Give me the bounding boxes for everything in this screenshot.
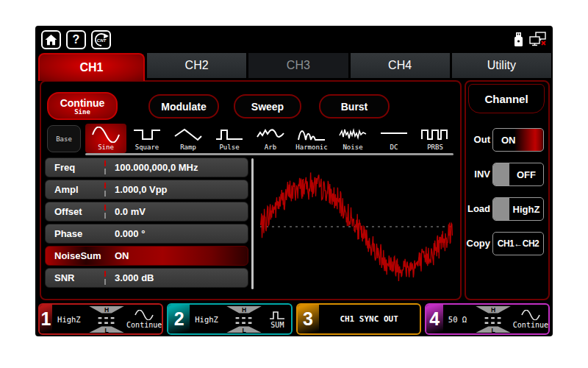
- tab-ch2[interactable]: CH2: [147, 53, 246, 78]
- param-label: Freq: [54, 158, 75, 177]
- channel2-status-cell[interactable]: 2 HighZ H L SUM: [167, 303, 292, 335]
- param-value: 0.000 °: [115, 224, 145, 243]
- waveform-item-noise[interactable]: Noise: [332, 124, 373, 153]
- toolbar-left-group: ? CNT: [41, 30, 111, 49]
- sweep-label: Sweep: [251, 101, 284, 113]
- channel-number: 2: [168, 305, 190, 333]
- parameter-scrollbar[interactable]: [251, 158, 254, 289]
- parameter-row-noisesum[interactable]: NoiseSum ON: [45, 246, 248, 266]
- level-range-icon: H L: [475, 305, 512, 333]
- arb-wave-icon: [256, 127, 285, 143]
- channel-row-inv: INV OFF: [466, 162, 548, 187]
- cursor-tick: [104, 205, 106, 219]
- tab-bar: CH1 CH2 CH3 CH4 Utility: [38, 53, 551, 78]
- parameter-row-offset[interactable]: Offset 0.0 mV: [45, 202, 248, 222]
- channel-row-load: Load HighZ: [466, 197, 548, 222]
- square-wave-icon: [132, 127, 162, 143]
- cursor-tick: [104, 183, 106, 197]
- help-button[interactable]: ?: [66, 30, 86, 49]
- copy-label: Copy: [466, 231, 490, 256]
- channel1-status-cell[interactable]: 1 HighZ H L Continue: [38, 303, 163, 335]
- parameter-list: Freq 100.000,000,0 MHz Ampl 1.000,0 Vpp …: [45, 158, 248, 288]
- waveform-item-square[interactable]: Square: [126, 124, 168, 153]
- lan-disconnected-icon: [529, 32, 547, 47]
- noise-wave-icon: [338, 127, 368, 143]
- tab-utility[interactable]: Utility: [452, 53, 551, 78]
- waveform-selector: Sine Square Ramp Pulse Arb: [85, 124, 456, 153]
- dc-wave-icon: [379, 127, 409, 143]
- svg-text:H: H: [242, 305, 246, 313]
- waveform-item-prbs[interactable]: PRBS: [415, 124, 456, 153]
- tab-label: CH3: [287, 59, 310, 72]
- svg-text:L: L: [491, 326, 495, 333]
- help-icon: ?: [73, 33, 80, 46]
- channel-panel: Channel Out ON INV OFF Load HighZ: [465, 80, 550, 300]
- home-button[interactable]: [41, 30, 61, 49]
- parameter-row-snr[interactable]: SNR 3.000 dB: [45, 268, 248, 288]
- main-panel: Continue Sine Modulate Sweep Burst Base …: [40, 80, 462, 300]
- continue-button[interactable]: Continue Sine: [47, 92, 118, 120]
- waveform-item-dc[interactable]: DC: [373, 124, 415, 153]
- modulate-button[interactable]: Modulate: [148, 94, 219, 118]
- inv-label: INV: [466, 162, 490, 187]
- load-label: Load: [466, 197, 490, 222]
- stage: ? CNT: [0, 0, 588, 368]
- waveform-display: [259, 156, 456, 297]
- counter-button[interactable]: CNT: [91, 30, 111, 49]
- svg-text:L: L: [104, 326, 108, 333]
- impedance-label: 50 Ω: [448, 315, 473, 324]
- load-toggle-button[interactable]: HighZ: [492, 197, 544, 221]
- waveform-item-harmonic[interactable]: Harmonic: [291, 124, 332, 153]
- burst-label: Burst: [341, 101, 368, 113]
- channel3-status-cell[interactable]: 3 CH1 SYNC OUT: [296, 303, 421, 335]
- param-label: Ampl: [54, 180, 79, 199]
- output-toggle-button[interactable]: ON: [492, 128, 544, 152]
- waveform-item-ramp[interactable]: Ramp: [168, 124, 209, 153]
- channel-row-out: Out ON: [466, 127, 548, 152]
- sine-wave-icon: [91, 127, 121, 143]
- tab-ch1[interactable]: CH1: [38, 53, 145, 81]
- parameter-row-phase[interactable]: Phase 0.000 °: [45, 224, 248, 244]
- toolbar-right-group: [514, 32, 547, 47]
- waveform-item-pulse[interactable]: Pulse: [209, 124, 250, 153]
- tab-label: CH1: [79, 61, 103, 74]
- param-label: Phase: [54, 224, 82, 243]
- counter-icon: CNT: [93, 32, 110, 48]
- waveform-item-sine[interactable]: Sine: [85, 124, 126, 153]
- top-toolbar: ? CNT: [35, 26, 553, 52]
- cursor-tick: [104, 160, 106, 174]
- param-label: SNR: [54, 269, 74, 287]
- home-icon: [44, 33, 58, 46]
- param-label: NoiseSum: [54, 247, 101, 265]
- ramp-wave-icon: [173, 127, 203, 143]
- level-range-icon: H L: [88, 305, 125, 333]
- svg-text:H: H: [104, 305, 109, 313]
- channel-row-copy: Copy CH1←CH2: [466, 231, 548, 256]
- device-screen: ? CNT: [35, 26, 553, 336]
- tab-ch4[interactable]: CH4: [351, 53, 450, 78]
- param-value: ON: [115, 247, 129, 265]
- mode-indicator: SUM: [264, 310, 290, 329]
- copy-channel-button[interactable]: CH1←CH2: [492, 232, 544, 255]
- channel-number: 3: [298, 305, 319, 333]
- tab-ch3[interactable]: CH3: [248, 53, 348, 78]
- pulse-wave-icon: [215, 127, 244, 143]
- waveform-item-arb[interactable]: Arb: [250, 124, 291, 153]
- channel-number: 4: [426, 305, 443, 333]
- svg-text:H: H: [491, 305, 495, 313]
- param-value: 100.000,000,0 MHz: [115, 158, 198, 177]
- parameter-row-freq[interactable]: Freq 100.000,000,0 MHz: [45, 158, 248, 177]
- sweep-button[interactable]: Sweep: [234, 94, 301, 118]
- modulate-label: Modulate: [161, 101, 206, 113]
- param-label: Offset: [54, 202, 82, 221]
- waveform-trace: [260, 172, 453, 281]
- svg-text:L: L: [243, 326, 246, 333]
- invert-toggle-button[interactable]: OFF: [492, 163, 544, 186]
- impedance-label: HighZ: [57, 315, 87, 324]
- continue-sublabel: Sine: [74, 108, 90, 116]
- parameter-row-ampl[interactable]: Ampl 1.000,0 Vpp: [45, 180, 248, 199]
- param-value: 1.000,0 Vpp: [115, 180, 168, 199]
- base-button[interactable]: Base: [47, 125, 81, 152]
- burst-button[interactable]: Burst: [319, 94, 390, 118]
- channel4-status-cell[interactable]: 4 50 Ω H L Continue: [425, 303, 550, 335]
